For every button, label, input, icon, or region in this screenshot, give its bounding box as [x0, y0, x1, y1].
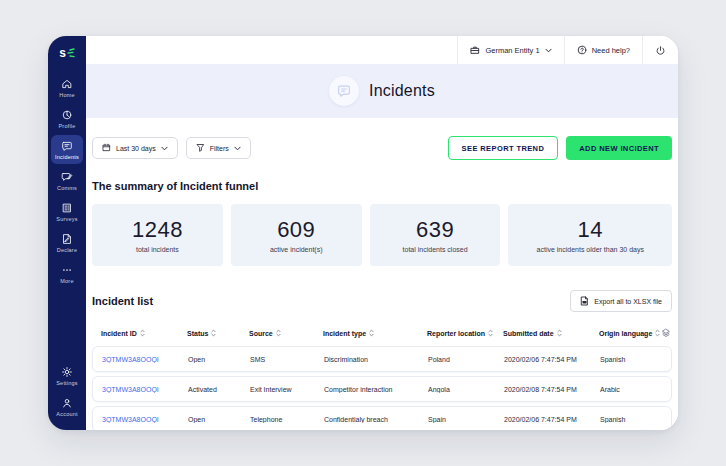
- column-settings-button[interactable]: [661, 328, 671, 339]
- sort-icon[interactable]: [655, 329, 660, 337]
- briefcase-icon: [470, 45, 480, 55]
- cell-status: Open: [188, 416, 250, 423]
- stat-card-total-incidents: 1248 total incidents: [92, 204, 223, 266]
- filter-row: Last 30 days Filters SEE REPORT TREND AD…: [92, 136, 672, 160]
- help-icon: [577, 45, 587, 55]
- sidebar-label: Settings: [56, 380, 77, 386]
- stat-value: 609: [277, 217, 315, 243]
- export-xlsx-label: Export all to XLSX file: [594, 298, 662, 305]
- sort-icon[interactable]: [211, 329, 216, 337]
- cell-incident-id[interactable]: 3QTMW3A8OOQI: [102, 386, 188, 393]
- table-row[interactable]: 3QTMW3A8OOQI Activated Exit Interview Co…: [92, 376, 672, 402]
- sidebar-item-settings[interactable]: Settings: [51, 361, 83, 390]
- topbar: German Entity 1 Need help?: [86, 36, 678, 64]
- cell-reporter-location: Poland: [428, 356, 504, 363]
- sidebar-label: Surveys: [56, 216, 77, 222]
- sidebar-label: Home: [59, 92, 74, 98]
- incidents-icon: [61, 140, 73, 152]
- sidebar-label: Profile: [59, 123, 76, 129]
- need-help-button[interactable]: Need help?: [564, 36, 642, 64]
- incident-list-header: Incident list Export all to XLSX file: [92, 290, 672, 312]
- power-icon: [655, 45, 666, 56]
- cell-source: Exit Interview: [250, 386, 324, 393]
- incidents-bubble-icon: [329, 76, 359, 106]
- sort-icon[interactable]: [140, 329, 145, 337]
- filters-label: Filters: [210, 145, 229, 152]
- stat-value: 1248: [132, 217, 183, 243]
- sidebar-label: More: [60, 278, 73, 284]
- column-header-status[interactable]: Status: [187, 329, 249, 337]
- sidebar-item-profile[interactable]: Profile: [51, 104, 83, 133]
- content: Last 30 days Filters SEE REPORT TREND AD…: [86, 118, 678, 430]
- settings-icon: [61, 366, 73, 378]
- stat-label: active incidents older than 30 days: [537, 246, 644, 253]
- table-row[interactable]: 3QTMW3A8OOQI Open Telephone Confidential…: [92, 406, 672, 430]
- column-header-reporter-location[interactable]: Reporter location: [427, 329, 503, 337]
- main-area: German Entity 1 Need help? Incidents: [86, 36, 678, 430]
- xls-file-icon: [580, 296, 589, 307]
- sidebar-item-more[interactable]: More: [51, 259, 83, 288]
- sidebar: s Home Profile Incidents: [48, 36, 86, 430]
- logo-letter: s: [59, 46, 66, 60]
- cell-submitted-date: 2020/02/08 7:47:54 PM: [504, 386, 600, 393]
- cell-source: Telephone: [250, 416, 324, 423]
- stat-value: 639: [416, 217, 454, 243]
- filters-dropdown[interactable]: Filters: [186, 137, 251, 159]
- column-header-submitted-date[interactable]: Submitted date: [503, 329, 599, 337]
- sidebar-item-incidents[interactable]: Incidents: [51, 135, 83, 164]
- sort-icon[interactable]: [276, 329, 281, 337]
- page-title: Incidents: [369, 82, 435, 100]
- table-header-row: Incident ID Status Source Incident type: [92, 324, 672, 342]
- sidebar-label: Account: [56, 411, 77, 417]
- column-header-source[interactable]: Source: [249, 329, 323, 337]
- cell-origin-language: Spanish: [600, 356, 662, 363]
- cell-source: SMS: [250, 356, 324, 363]
- app-logo: s: [48, 44, 86, 62]
- sidebar-item-comms[interactable]: Comms: [51, 166, 83, 195]
- logout-button[interactable]: [642, 36, 678, 64]
- summary-cards: 1248 total incidents 609 active incident…: [92, 204, 672, 266]
- stat-card-older-than-30-days: 14 active incidents older than 30 days: [508, 204, 672, 266]
- date-range-dropdown[interactable]: Last 30 days: [92, 137, 178, 159]
- cell-status: Activated: [188, 386, 250, 393]
- sidebar-item-account[interactable]: Account: [51, 392, 83, 421]
- logo-chevrons-icon: [67, 44, 75, 62]
- sidebar-item-declare[interactable]: Declare: [51, 228, 83, 257]
- cell-status: Open: [188, 356, 250, 363]
- table-row[interactable]: 3QTMW3A8OOQI Open SMS Discrimination Pol…: [92, 346, 672, 372]
- add-new-incident-button[interactable]: ADD NEW INCIDENT: [566, 136, 672, 160]
- profile-icon: [61, 109, 73, 121]
- cell-reporter-location: Angola: [428, 386, 504, 393]
- account-icon: [61, 397, 73, 409]
- app-window: s Home Profile Incidents: [48, 36, 678, 430]
- cell-incident-id[interactable]: 3QTMW3A8OOQI: [102, 356, 188, 363]
- incident-table: Incident ID Status Source Incident type: [92, 324, 672, 430]
- home-icon: [61, 78, 73, 90]
- entity-selector-label: German Entity 1: [485, 46, 539, 55]
- see-report-trend-button[interactable]: SEE REPORT TREND: [448, 136, 559, 160]
- sort-icon[interactable]: [488, 329, 493, 337]
- sidebar-label: Incidents: [55, 154, 79, 160]
- sort-icon[interactable]: [557, 329, 562, 337]
- declare-icon: [61, 233, 73, 245]
- date-range-label: Last 30 days: [116, 145, 156, 152]
- entity-selector[interactable]: German Entity 1: [457, 36, 563, 64]
- sidebar-item-home[interactable]: Home: [51, 73, 83, 102]
- column-header-origin-language[interactable]: Origin language: [599, 329, 661, 337]
- sort-icon[interactable]: [369, 329, 374, 337]
- column-header-incident-id[interactable]: Incident ID: [101, 329, 187, 337]
- surveys-icon: [61, 202, 73, 214]
- need-help-label: Need help?: [592, 46, 630, 55]
- column-header-incident-type[interactable]: Incident type: [323, 329, 427, 337]
- more-icon: [61, 264, 73, 276]
- comms-icon: [61, 171, 73, 183]
- stat-label: total incidents: [136, 246, 179, 253]
- cell-origin-language: Arabic: [600, 386, 662, 393]
- stat-card-active-incidents: 609 active incident(s): [231, 204, 362, 266]
- cell-reporter-location: Spain: [428, 416, 504, 423]
- action-buttons: SEE REPORT TREND ADD NEW INCIDENT: [448, 136, 672, 160]
- export-xlsx-button[interactable]: Export all to XLSX file: [570, 290, 672, 312]
- sidebar-item-surveys[interactable]: Surveys: [51, 197, 83, 226]
- sidebar-spacer: [48, 289, 86, 360]
- cell-incident-id[interactable]: 3QTMW3A8OOQI: [102, 416, 188, 423]
